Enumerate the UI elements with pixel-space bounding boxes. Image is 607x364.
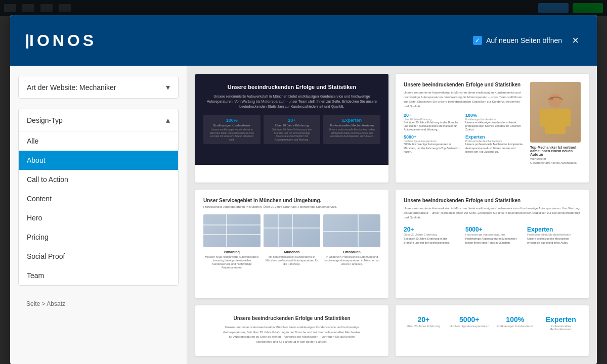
card2-stat-3: Experten Professionelles Mechanikerteam … bbox=[465, 134, 524, 153]
preview-card-horizontal-stats[interactable]: 20+ Über 20 Jahre Erfahrung 5000+ Hochwe… bbox=[396, 305, 589, 356]
card1-desc: Unsere renommierte Autowerkstatt in Münc… bbox=[203, 94, 380, 109]
svg-point-0 bbox=[548, 94, 562, 108]
stat-num-1: 20+ bbox=[268, 118, 317, 123]
map-item-0: Ismaning Mit über neue renommierte Autow… bbox=[203, 214, 261, 270]
card5-desc: Unsere renommierte Autowerkstatt in Münc… bbox=[221, 325, 363, 344]
stat-desc-0: Unsere erstklassiger Kundendienst in Mün… bbox=[207, 128, 256, 141]
card2-stat-2: 5000+ Hochwertige Autoreparaturen 5000+ … bbox=[404, 134, 462, 153]
map-grid: Ismaning Mit über neue renommierte Autow… bbox=[203, 214, 380, 270]
city-label-0: Ismaning bbox=[203, 250, 261, 254]
city-label-1: München bbox=[264, 250, 321, 254]
card1-stat-0: 100% Erstklassiger Kundendienst Unsere e… bbox=[203, 115, 261, 144]
preview-card-simple-text[interactable]: Unsere beeindruckenden Erfolge und Stati… bbox=[195, 305, 388, 356]
modal-overlay: IONOS ✓ Auf neuen Seiten öffnen × Art de… bbox=[0, 0, 607, 364]
sidebar: Art der Website: Mechaniker ▾ Design-Typ… bbox=[10, 66, 187, 364]
card6-stat-3: Experten Professionelles Mechanikerteam bbox=[541, 315, 581, 331]
sidebar-item-pricing[interactable]: Pricing bbox=[19, 228, 178, 247]
preview-card-dark-stats[interactable]: Unsere beeindruckenden Erfolge und Stati… bbox=[195, 74, 388, 183]
ionos-modal: IONOS ✓ Auf neuen Seiten öffnen × Art de… bbox=[10, 15, 597, 364]
card2-inner: Unsere beeindruckenden Erfolge und Stati… bbox=[396, 74, 589, 183]
city-desc-2: In Ottobrunn Professionelle Erfahrung un… bbox=[323, 255, 380, 266]
modal-close-button[interactable]: × bbox=[570, 33, 581, 48]
card1-inner: Unsere beeindruckenden Erfolge und Stati… bbox=[195, 74, 388, 165]
card3-title: Unser Servicegebiet in München und Umgeb… bbox=[203, 198, 380, 203]
card4-stat-0: 20+ Über 20 Jahre Erfahrung Seit über 20… bbox=[404, 226, 457, 245]
card1-stat-2: Experten Professionelles Mechanikerteam … bbox=[323, 115, 380, 144]
card2-title: Unsere beeindruckenden Erfolge und Stati… bbox=[404, 82, 524, 87]
stat-desc-2: Unsere professionelle Mechaniker helfen … bbox=[327, 128, 376, 138]
card2-right: Top-Mechaniker Ist vertraut damit Ihnen … bbox=[530, 82, 581, 183]
design-type-arrow-icon: ▴ bbox=[166, 115, 170, 125]
modal-body: Art der Website: Mechaniker ▾ Design-Typ… bbox=[10, 66, 597, 364]
sidebar-item-alle[interactable]: Alle bbox=[19, 131, 178, 151]
svg-rect-3 bbox=[563, 109, 571, 126]
stat-desc-1: Seit über 20 Jahre Erfahrung in der Bran… bbox=[268, 128, 317, 141]
card6-stat-2: 100% Erstklassiger Kundendienst bbox=[495, 315, 535, 328]
svg-rect-2 bbox=[540, 109, 548, 126]
map-box-1 bbox=[264, 214, 321, 247]
card5-inner: Unsere beeindruckenden Erfolge und Stati… bbox=[195, 305, 388, 356]
card1-stat-1: 20+ Über 20 Jahre Erfahrung Seit über 20… bbox=[264, 115, 321, 144]
design-type-header[interactable]: Design-Typ ▴ bbox=[19, 109, 178, 131]
card4-inner: Unsere beeindruckenden Erfolge und Stati… bbox=[396, 190, 589, 291]
card3-desc: Professionelle Autoreparaturen in Münche… bbox=[203, 205, 380, 208]
card2-person-image bbox=[530, 82, 581, 143]
design-type-container: Design-Typ ▴ Alle About Call to Action C… bbox=[18, 109, 179, 286]
sidebar-item-team[interactable]: Team bbox=[19, 266, 178, 285]
card5-title: Unsere beeindruckenden Erfolge und Stati… bbox=[203, 315, 380, 321]
card6-stat-1: 5000+ Hochwertige Autoreparaturen bbox=[450, 315, 490, 328]
main-content: Unsere beeindruckenden Erfolge und Stati… bbox=[187, 66, 597, 364]
dropdown-arrow-icon: ▾ bbox=[166, 82, 170, 92]
svg-rect-1 bbox=[545, 109, 566, 134]
website-type-dropdown[interactable]: Art der Website: Mechaniker ▾ bbox=[18, 76, 179, 99]
preview-card-two-column[interactable]: Unsere beeindruckenden Erfolge und Stati… bbox=[396, 74, 589, 183]
card2-stat-1: 100% Erstklassiger Kundendienst Unsere e… bbox=[465, 113, 524, 131]
card6-stats: 20+ Über 20 Jahre Erfahrung 5000+ Hochwe… bbox=[404, 315, 581, 331]
stat-label-0: Erstklassiger Kundendienst bbox=[207, 124, 256, 127]
design-type-label: Design-Typ bbox=[27, 116, 63, 124]
modal-header: IONOS ✓ Auf neuen Seiten öffnen × bbox=[10, 15, 597, 66]
card2-person-title: Geschäftsführer eines Autohauses bbox=[530, 161, 581, 164]
checkbox-text: Auf neuen Seiten öffnen bbox=[486, 36, 562, 44]
map-box-0 bbox=[203, 214, 261, 247]
card4-stat-1: 5000+ Hochwertige Autoreparaturen Hochwe… bbox=[465, 226, 519, 245]
city-desc-0: Mit über neue renommierte Autowerkstatt … bbox=[203, 255, 261, 270]
sidebar-item-social-proof[interactable]: Social Proof bbox=[19, 247, 178, 266]
sidebar-item-about[interactable]: About bbox=[19, 151, 178, 170]
card2-left: Unsere beeindruckenden Erfolge und Stati… bbox=[404, 82, 524, 183]
ionos-logo: IONOS bbox=[26, 31, 97, 50]
breadcrumb: Seite > Absatz bbox=[18, 296, 179, 311]
card1-stats: 100% Erstklassiger Kundendienst Unsere e… bbox=[203, 115, 380, 144]
city-desc-1: Mit den erstklassigen Kundendienst in Mü… bbox=[264, 255, 321, 266]
sidebar-item-call-to-action[interactable]: Call to Action bbox=[19, 170, 178, 189]
sidebar-item-hero[interactable]: Hero bbox=[19, 208, 178, 228]
card6-stat-0: 20+ Über 20 Jahre Erfahrung bbox=[404, 315, 444, 328]
map-item-1: München Mit den erstklassigen Kundendien… bbox=[264, 214, 321, 270]
card2-stat-0: 20+ Über 20 Jahre Erfahrung Seit über 20… bbox=[404, 113, 462, 131]
preview-card-large-stats[interactable]: Unsere beeindruckenden Erfolge und Stati… bbox=[396, 190, 589, 298]
stat-num-2: Experten bbox=[327, 118, 376, 123]
card2-person-name: Werkzeister bbox=[530, 157, 581, 160]
card1-title: Unsere beeindruckenden Erfolge und Stati… bbox=[203, 84, 380, 90]
stat-num-0: 100% bbox=[207, 118, 256, 123]
stat-label-2: Professionelles Mechanikerteam bbox=[327, 124, 376, 127]
logo-bar bbox=[26, 34, 28, 49]
card6-inner: 20+ Über 20 Jahre Erfahrung 5000+ Hochwe… bbox=[396, 305, 589, 356]
checkbox-box[interactable]: ✓ bbox=[473, 36, 482, 45]
checkbox-label[interactable]: ✓ Auf neuen Seiten öffnen bbox=[473, 36, 562, 45]
design-type-list: Alle About Call to Action Content Hero P… bbox=[19, 131, 178, 285]
map-box-2 bbox=[323, 214, 380, 247]
card4-stat-2: Experten Professionelles Mechanikerteam … bbox=[527, 226, 581, 245]
card4-title: Unsere beeindruckenden Erfolge und Stati… bbox=[404, 198, 581, 203]
card4-desc: Unsere renommierte Autowerkstatt in Münc… bbox=[404, 206, 581, 220]
city-label-2: Ottobrunn bbox=[323, 250, 380, 254]
sidebar-item-content[interactable]: Content bbox=[19, 189, 178, 208]
card2-caption: Top-Mechaniker Ist vertraut damit Ihnen … bbox=[530, 146, 581, 156]
header-right: ✓ Auf neuen Seiten öffnen × bbox=[473, 33, 581, 48]
website-type-label: Art der Website: Mechaniker bbox=[27, 83, 116, 92]
card2-stats-grid: 20+ Über 20 Jahre Erfahrung Seit über 20… bbox=[404, 113, 524, 154]
card2-desc: Unsere renommierte Autowerkstatt in Münc… bbox=[404, 90, 524, 109]
preview-card-map[interactable]: Unser Servicegebiet in München und Umgeb… bbox=[195, 190, 388, 298]
stat-label-1: Über 20 Jahre Erfahrung bbox=[268, 124, 317, 127]
card4-stats: 20+ Über 20 Jahre Erfahrung Seit über 20… bbox=[404, 226, 581, 245]
